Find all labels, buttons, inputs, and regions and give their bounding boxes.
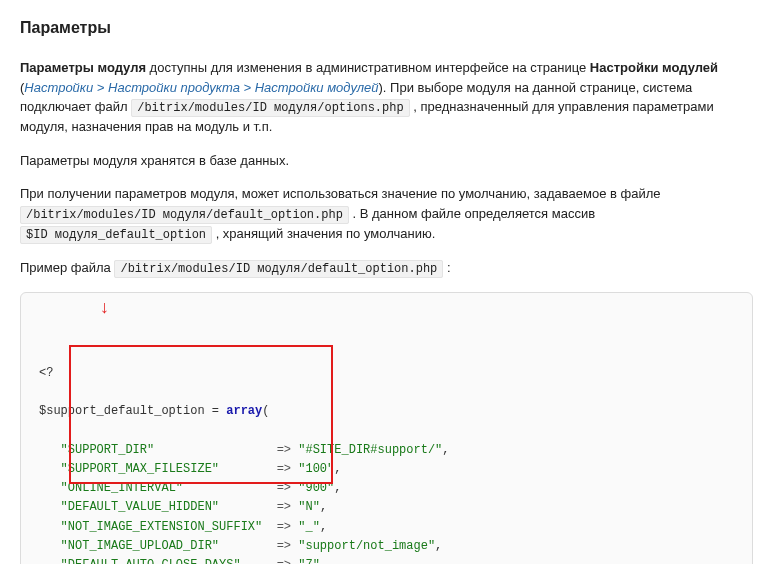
- inline-code-options-path: /bitrix/modules/ID модуля/options.php: [131, 99, 409, 117]
- code-paren-open: (: [262, 404, 269, 418]
- code-val-3: "N": [298, 500, 320, 514]
- code-key-2: "ONLINE_INTERVAL": [61, 481, 277, 495]
- code-comma-0: ,: [442, 443, 449, 457]
- inline-code-example-path: /bitrix/modules/ID модуля/default_option…: [114, 260, 443, 278]
- code-val-4: "_": [298, 520, 320, 534]
- code-arrow-1: =>: [277, 462, 291, 476]
- para1-text2: доступны для изменения в административно…: [146, 60, 590, 75]
- code-comma-3: ,: [320, 500, 327, 514]
- code-key-6: "DEFAULT_AUTO_CLOSE_DAYS": [61, 558, 277, 564]
- para-3: При получении параметров модуля, может и…: [20, 184, 753, 244]
- code-keyword-array: array: [226, 404, 262, 418]
- code-block: ↓ <? $support_default_option = array( "S…: [20, 292, 753, 565]
- code-arrow-6: =>: [277, 558, 291, 564]
- code-var-assign: $support_default_option =: [39, 404, 226, 418]
- para4-text2: :: [443, 260, 450, 275]
- code-val-1: "100": [298, 462, 334, 476]
- inline-code-default-option-path: /bitrix/modules/ID модуля/default_option…: [20, 206, 349, 224]
- inline-code-array-var: $ID модуля_default_option: [20, 226, 212, 244]
- para3-text1: При получении параметров модуля, может и…: [20, 186, 661, 201]
- code-key-4: "NOT_IMAGE_EXTENSION_SUFFIX": [61, 520, 277, 534]
- code-comma-1: ,: [334, 462, 341, 476]
- code-comma-2: ,: [334, 481, 341, 495]
- para-1: Параметры модуля доступны для изменения …: [20, 58, 753, 137]
- code-arrow-2: =>: [277, 481, 291, 495]
- code-comma-4: ,: [320, 520, 327, 534]
- code-key-5: "NOT_IMAGE_UPLOAD_DIR": [61, 539, 277, 553]
- code-arrow-0: =>: [277, 443, 291, 457]
- para4-text1: Пример файла: [20, 260, 114, 275]
- breadcrumb-link[interactable]: Настройки > Настройки продукта > Настрой…: [24, 80, 378, 95]
- para3-text2: . В данном файле определяется массив: [349, 206, 595, 221]
- code-val-6: "7": [298, 558, 320, 564]
- code-arrow-4: =>: [277, 520, 291, 534]
- code-comma-5: ,: [435, 539, 442, 553]
- para-2: Параметры модуля хранятся в базе данных.: [20, 151, 753, 171]
- para-4: Пример файла /bitrix/modules/ID модуля/d…: [20, 258, 753, 278]
- red-arrow-annotation: ↓: [99, 299, 110, 317]
- para3-text3: , хранящий значения по умолчанию.: [212, 226, 435, 241]
- code-val-0: "#SITE_DIR#support/": [298, 443, 442, 457]
- code-key-0: "SUPPORT_DIR": [61, 443, 277, 457]
- para1-strong2: Настройки модулей: [590, 60, 718, 75]
- code-val-5: "support/not_image": [298, 539, 435, 553]
- code-arrow-5: =>: [277, 539, 291, 553]
- heading-parameters: Параметры: [20, 16, 753, 40]
- code-key-3: "DEFAULT_VALUE_HIDDEN": [61, 500, 277, 514]
- para1-strong1: Параметры модуля: [20, 60, 146, 75]
- code-arrow-3: =>: [277, 500, 291, 514]
- code-val-2: "900": [298, 481, 334, 495]
- code-key-1: "SUPPORT_MAX_FILESIZE": [61, 462, 277, 476]
- code-open-tag: <?: [39, 366, 53, 380]
